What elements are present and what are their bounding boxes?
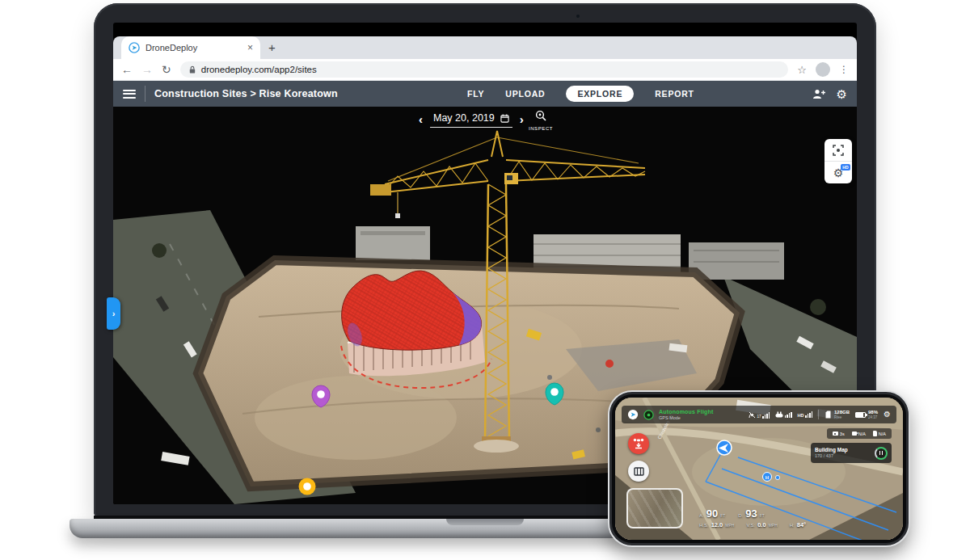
header-divider bbox=[145, 86, 146, 102]
flight-mode-block[interactable]: Autonomous Flight GPS Mode bbox=[659, 409, 714, 421]
hamburger-menu-icon[interactable] bbox=[123, 90, 136, 99]
battery-status: 98% 24:37 bbox=[855, 410, 878, 419]
vs-value: 0.0 bbox=[757, 521, 765, 528]
hd-badge: HD bbox=[841, 164, 850, 171]
date-picker[interactable]: May 20, 2019 bbox=[430, 112, 512, 128]
map-layers-button[interactable] bbox=[628, 461, 649, 482]
vs-unit: MPH bbox=[769, 523, 778, 528]
date-text: May 20, 2019 bbox=[433, 112, 495, 124]
pause-mission-button[interactable] bbox=[875, 447, 888, 460]
focus-icon bbox=[833, 145, 844, 156]
map-pin-yellow[interactable] bbox=[299, 478, 316, 495]
inspect-label: INSPECT bbox=[527, 126, 555, 131]
battery-sub: 24:37 bbox=[868, 415, 878, 419]
hs-label: H.S: bbox=[699, 523, 709, 528]
browser-menu-icon[interactable]: ⋮ bbox=[839, 64, 849, 75]
mission-name: Building Map bbox=[815, 447, 870, 453]
distance-label: D: bbox=[738, 513, 743, 518]
satellite-signal: 17 bbox=[749, 411, 770, 419]
heading-label: H: bbox=[790, 523, 795, 528]
phone-screen: Chisholm Trl H bbox=[615, 398, 903, 540]
lock-icon bbox=[188, 65, 196, 74]
land-drone-button[interactable] bbox=[628, 433, 649, 454]
tab-close-icon[interactable]: × bbox=[247, 42, 253, 53]
share-person-add-icon[interactable] bbox=[812, 89, 826, 99]
dronedeploy-logo-icon[interactable] bbox=[627, 409, 639, 420]
sidebar-expand-tab[interactable]: › bbox=[107, 297, 120, 330]
flight-mode-text: Autonomous Flight bbox=[659, 409, 714, 415]
reload-icon[interactable]: ↻ bbox=[162, 64, 171, 75]
video-icon bbox=[852, 432, 857, 436]
storage-status: 128GB Free bbox=[824, 410, 850, 419]
drone-position-icon bbox=[717, 440, 732, 455]
back-icon[interactable]: ← bbox=[121, 64, 133, 75]
dronedeploy-favicon bbox=[129, 42, 140, 53]
capture-interval-value: 3s bbox=[840, 432, 845, 436]
altitude-value: 90 bbox=[706, 507, 718, 520]
controller-icon bbox=[775, 411, 783, 418]
expand-chevron-icon: › bbox=[112, 309, 116, 318]
view-tools-panel: ⚙ HD bbox=[824, 139, 852, 183]
distance-value: 93 bbox=[745, 507, 757, 520]
quality-settings-button[interactable]: ⚙ HD bbox=[824, 162, 852, 183]
sd-status[interactable]: N/A bbox=[873, 431, 886, 436]
capture-interval[interactable]: 3s bbox=[833, 432, 845, 436]
url-bar[interactable]: dronedeploy.com/app2/sites bbox=[180, 61, 789, 78]
laptop-base-notch bbox=[446, 519, 524, 525]
hd-label: HD bbox=[798, 413, 804, 418]
battery-icon bbox=[855, 412, 866, 418]
mission-card[interactable]: Building Map 170 / 437 bbox=[811, 443, 892, 463]
new-tab-button[interactable]: + bbox=[268, 40, 276, 54]
sd-card-icon bbox=[824, 411, 832, 419]
capture-settings-row: 3s N/A N/A bbox=[827, 428, 892, 439]
nav-report[interactable]: REPORT bbox=[655, 89, 694, 99]
remote-signal bbox=[775, 411, 792, 418]
hs-unit: MPH bbox=[725, 523, 734, 528]
phone-settings-gear-icon[interactable]: ⚙ bbox=[884, 411, 891, 419]
phone-status-bar: Autonomous Flight GPS Mode 17 bbox=[622, 406, 896, 423]
camera-pip-thumbnail[interactable] bbox=[626, 488, 683, 528]
date-navigation: ‹ May 20, 2019 › bbox=[419, 112, 524, 128]
webcam-dot bbox=[576, 15, 580, 18]
prev-date-icon[interactable]: ‹ bbox=[419, 112, 423, 127]
profile-avatar[interactable] bbox=[816, 62, 830, 77]
app-header: Construction Sites > Rise Koreatown FLY … bbox=[113, 81, 857, 107]
storage-value: 128GB bbox=[834, 410, 850, 415]
forward-icon[interactable]: → bbox=[141, 64, 153, 75]
breadcrumb[interactable]: Construction Sites > Rise Koreatown bbox=[154, 88, 338, 99]
map-layers-icon bbox=[634, 466, 644, 477]
sd-icon bbox=[873, 431, 877, 436]
tab-title: DroneDeploy bbox=[146, 43, 242, 53]
settings-gear-icon[interactable]: ⚙ bbox=[837, 88, 847, 100]
video-status-value: N/A bbox=[858, 432, 866, 436]
nav-upload[interactable]: UPLOAD bbox=[505, 89, 545, 99]
calendar-icon bbox=[500, 114, 509, 123]
sd-status-value: N/A bbox=[879, 432, 886, 436]
url-text: dronedeploy.com/app2/sites bbox=[201, 65, 317, 74]
satellite-count: 17 bbox=[757, 415, 761, 419]
telemetry-readout: A: 90 FT D: 93 FT H.S: 12.0 MPH V.S: 0.0… bbox=[699, 507, 806, 528]
nav-explore[interactable]: EXPLORE bbox=[566, 86, 634, 102]
next-date-icon[interactable]: › bbox=[520, 112, 524, 127]
recenter-button[interactable] bbox=[824, 139, 852, 161]
battery-value: 98% bbox=[868, 410, 878, 415]
inspect-magnifier-icon bbox=[535, 110, 547, 122]
browser-tabstrip: DroneDeploy × + bbox=[113, 36, 857, 59]
heading-value: 84° bbox=[797, 521, 806, 528]
vs-label: V.S: bbox=[746, 523, 755, 528]
land-drone-icon bbox=[633, 438, 644, 449]
altitude-label: A: bbox=[699, 513, 704, 518]
inspect-control[interactable]: INSPECT bbox=[527, 110, 555, 131]
main-nav: FLY UPLOAD EXPLORE REPORT bbox=[467, 81, 694, 107]
altitude-unit: FT bbox=[720, 513, 725, 518]
phone-body: Chisholm Trl H bbox=[608, 390, 910, 547]
header-icons: ⚙ bbox=[812, 81, 847, 107]
camera-icon bbox=[833, 432, 838, 436]
bookmark-star-icon[interactable]: ☆ bbox=[797, 64, 807, 76]
nav-fly[interactable]: FLY bbox=[467, 89, 484, 99]
browser-tab[interactable]: DroneDeploy × bbox=[121, 36, 260, 59]
status-divider bbox=[818, 410, 819, 419]
hs-value: 12.0 bbox=[711, 521, 723, 528]
video-status[interactable]: N/A bbox=[852, 432, 866, 436]
satellite-icon bbox=[749, 411, 756, 419]
